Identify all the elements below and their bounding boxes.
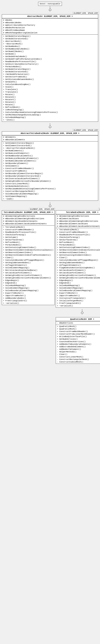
inherit-arrow-tet-mesh: [2, 202, 98, 208]
dim-method-calculateboundaryofflagged: + CalculateBoundaryOfflaggedRegion(): [57, 259, 100, 262]
dim-method-solvenodemapping: + SolveNodeMapping(): [57, 284, 100, 287]
abstract-tet-title: AbstractTetrahedralMesh< ELEMENT_DIM, SP…: [2, 132, 98, 135]
method-abstracttet-dtor: + ~AbstractTetrahedralMesh(): [3, 147, 97, 150]
boost-noncopyable-box: boost::noncopyable: [38, 2, 62, 6]
dim-method-getcontainingelementindex: + GetContainingElementIndex(): [57, 246, 100, 249]
field-mpdistributedvectorfactory: # mpDistributedVectorFactory: [3, 24, 97, 26]
dim-method-readnodesperprocessorfile: + ReadNodesPerProcessorFile(): [57, 234, 100, 236]
quadratic-mesh-title: QuadraticMesh< DIM >: [56, 318, 100, 321]
method-getnumallnodes: + GetNumAllNodes(): [3, 50, 97, 53]
method-quad-helpermethod2: - HelperMethod2(): [57, 350, 100, 353]
method-quad-constructlinearmesh: - ConstructLinearMesh(): [57, 356, 100, 358]
field-melementweighteddirections: # mElementWeightedDirections: [3, 215, 53, 218]
triangle-inherit: [49, 8, 52, 10]
quadratic-mesh-fields: - mNumVertices: [56, 321, 100, 325]
method-quad-constructfrommeshreader: + ConstructFromMeshReader(): [57, 330, 100, 333]
dim-method-getnearestelementwithin: + GetNearestElementIndexWithinInitialGue…: [57, 249, 100, 251]
dim-field-melementweighteddirections: # mElementWeightedDirections: [57, 215, 100, 218]
dim-method-clear: + Clear(): [57, 256, 100, 259]
method-solvenodemapping: + SolveNodeMapping(): [3, 116, 97, 119]
abstract-tet-fields: # mElements # mBoundaryElements: [2, 135, 98, 141]
method-getnumboundaryelements: + GetNumBoundaryElements(): [3, 154, 97, 157]
quadratic-mesh-methods: + QuadraticMesh() + QuadraticMesh() + Co…: [56, 325, 100, 364]
method-tet-solveboundaryelementmapping: + SolveBoundaryElementMapping(): [3, 289, 53, 292]
vline8: [82, 313, 82, 315]
method-abstractmesh-ctor: + AbstractMesh(): [3, 40, 97, 42]
method-getnodeiteratorend2: + GetNodeIteratorEnd(): [3, 70, 97, 73]
method-quad-constructrectangularmesh: - ConstructRectangularMesh(): [57, 358, 100, 361]
field-mnumvertices: - mNumVertices: [57, 322, 100, 324]
method-tet-importfrommesher: + ImportFromMesher(): [3, 294, 53, 297]
method-load-dtor: + ~load(): [3, 198, 97, 200]
dim-method-edgesend: + EdgesEnd(): [57, 282, 100, 284]
method-pemutenodes: + PermuteNodes(): [3, 66, 97, 68]
tet-mesh-wrapper: ELEMENT_DIM, SPACE_DIM TetrahedralMesh< …: [2, 210, 55, 305]
method-getelementiteratorend: + GetElementIteratorEnd(): [3, 144, 97, 147]
dim-method-serialize-dtor: + ~serialize(): [57, 304, 100, 307]
field-mboundaryelements: # mBoundaryElements: [3, 138, 97, 141]
field-mmeshchanged: # mMeshChangedDuringSimulation: [3, 32, 97, 34]
method-quad-getnumvertices: + GetNumVertices(): [57, 338, 100, 340]
method-tet-getcontainingelementindex: + GetContainingElementIndex(): [3, 246, 53, 249]
method-tet-getsurfacearea: + GetSurfaceArea(): [3, 238, 53, 241]
method-getboundaryelementiterbegin: + GetBoundaryElementIteratorBegin(): [3, 172, 97, 175]
abstract-mesh-methods: + GetNodeIteratorBegin() + GetNodeIterat…: [2, 34, 98, 122]
dim-method-flagnodesasnotcontaining: + FlagNodesAsNotContainingNodes(): [57, 266, 100, 269]
vline6: [50, 206, 50, 208]
dim-field-mboundaryelementjacobians: # mBoundaryElementJacobians: [57, 222, 100, 225]
abstract-mesh-fields: # mNodes # mBoundaryNodes # mpDistribute…: [2, 18, 98, 34]
method-tet-solvenodemapping: + SolveNodeMapping(): [3, 284, 53, 287]
method-tet-getnearestelementindex: + GetNearestElementIndex(): [3, 251, 53, 254]
dim-method-checksconforming: + ChecksConforming(): [57, 236, 100, 238]
method-getdistancebetween: + GetDistanceBetweenNodes(): [3, 78, 97, 80]
method-getelementiteratorbegin: + GetElementIteratorBegin(): [3, 142, 97, 144]
tet-mesh-row: ELEMENT_DIM, SPACE_DIM TetrahedralMesh< …: [2, 208, 98, 365]
method-quad-constructcuboidmesh: - ConstructCuboidMesh(): [57, 361, 100, 363]
dim-method-getjacobianforelement2: + GetJacobianForElement(): [57, 272, 100, 274]
method-getboundaryelement: + GetBoundaryElement(): [3, 162, 97, 165]
quadratic-mesh-box: QuadraticMesh< DIM > - mNumVertices + Qu…: [56, 317, 100, 364]
method-quad-ctor1: + QuadraticMesh(): [57, 325, 100, 328]
method-refreshmesh: + RefreshMesh(): [3, 106, 97, 108]
method-tet-pemutenodes: + PermuteNodes(): [3, 244, 53, 246]
dim-method-edgesbegin: + EdgesBegin(): [57, 279, 100, 282]
method-tet-getnearestelementfromtest: + GetNearestElementIndexFromTestElements…: [3, 254, 53, 256]
method-tet-getvolume: + GetVolume(): [3, 236, 53, 238]
method-getinversejacob: + GetInverseJacobianForElement(): [3, 177, 97, 180]
vline3: [50, 123, 50, 125]
tet-mesh-fields: # mElementWeightedDirections # mBoundary…: [2, 214, 54, 225]
dim-method-getweighteddirectionforboundary: + GetWeightedDirectionForBoundaryElement…: [57, 276, 100, 279]
field-melementjacobiandeterminants: # mElementJacobianDeterminants: [3, 220, 53, 222]
method-quad-addextranodeonelement: + AddExtraNodeOnElement(): [57, 346, 100, 348]
method-tet-edgesend: + EdgesEnd(): [3, 282, 53, 284]
method-rotate: + Rotate(): [3, 93, 97, 96]
method-getnodefrompreperindex: + GetNodeFromPrePermutationIndex(): [3, 58, 97, 60]
inherit-arrow-boost: [2, 6, 98, 12]
method-getnumlocalelements: + GetNumLocalElements(): [3, 152, 97, 154]
tet-mesh-dim-wrapper: DIM, DIM TetrahedralMesh< DIM, DIM > # m…: [56, 210, 100, 308]
field-mboundaryelementjacobiandeterminants: # mBoundaryElementJacobianDeterminants: [3, 222, 53, 225]
method-rotatey: + RotateY(): [3, 98, 97, 101]
abstract-tet-box: AbstractTetrahedralMesh< ELEMENT_DIM, SP…: [2, 131, 98, 201]
dim-method-solveboundaryelementmapping: + SolveBoundaryElementMapping(): [57, 289, 100, 292]
method-tet-readnodesperprocessorfile: + ReadNodesPerProcessorFile(): [3, 231, 53, 234]
method-tet-getanglebetweennodes: + GetAngleBetweenNodes(): [3, 262, 53, 264]
method-readnodesperprocessorfile: + ReadNodesPerProcessorFile(): [3, 60, 97, 63]
dim-method-initialisetriangulate: + InitialiseTriangulate(): [57, 297, 100, 300]
method-tet-unflagallelements: + UnflagAllElements(): [3, 264, 53, 266]
method-level-dtor: + ~level(): [3, 119, 97, 121]
method-getnumboundarynodes: + GetNumBoundaryNodes(): [3, 48, 97, 50]
method-rgetnodepermutation: + rGetNodePermutation(): [3, 73, 97, 76]
method-getweighteddirectionboundary: + GetWeightedDirectionForBoundaryElement…: [3, 180, 97, 182]
tet-mesh-dim-fields: # mElementWeightedDirections # mElementJ…: [56, 214, 100, 228]
method-quad-addnodestoelement: - AddNodesToElement(): [57, 348, 100, 350]
method-constructrectangularmesh: + ConstructRectangularMesh(): [3, 190, 97, 192]
tet-mesh-dim-box: TetrahedralMesh< DIM, DIM > # mElementWe…: [56, 210, 100, 308]
diagram-container: boost::noncopyable ELEMENT_DIM, SPACE_DI…: [0, 0, 100, 368]
tet-mesh-right-col: DIM, DIM TetrahedralMesh< DIM, DIM > # m…: [56, 208, 100, 365]
method-tet-constructfrommeshreader: + ConstructFromMeshReader(): [3, 228, 53, 231]
vline7: [82, 309, 82, 311]
vline4: [50, 127, 50, 129]
tet-mesh-dim-title: TetrahedralMesh< DIM, DIM >: [56, 210, 100, 214]
method-getnumallboundaryelements: + GetNumAllBoundaryElements(): [3, 160, 97, 162]
